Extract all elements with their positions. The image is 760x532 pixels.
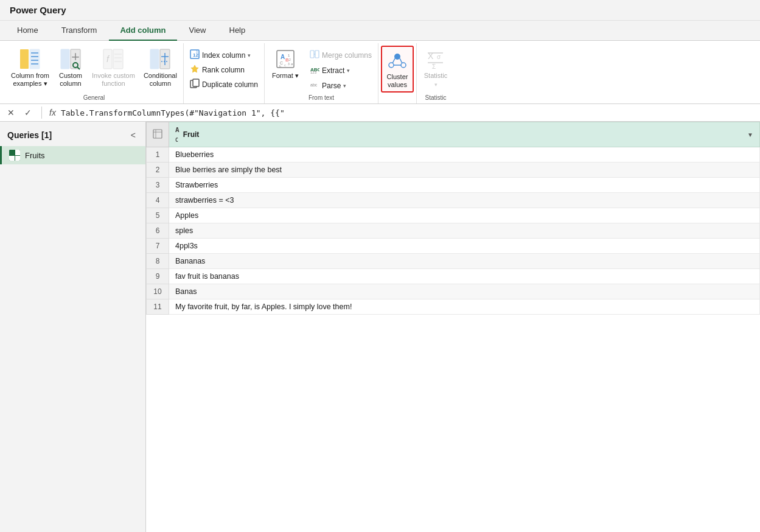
parse-icon: abc: [310, 80, 319, 91]
ribbon: Column fromexamples ▾ Customcolumn: [0, 41, 760, 104]
extract-button[interactable]: ABC 123 Extract ▾: [306, 63, 375, 77]
merge-columns-label: Merge columns: [322, 51, 372, 60]
table-row: 4 strawberries = <3: [147, 193, 760, 208]
general-group-label: General: [7, 93, 181, 103]
table-row: 10 Banas: [147, 284, 760, 299]
ribbon-group-statistic: X σ Σ Statistic ▾ Statistic: [417, 43, 455, 103]
svg-text:b: b: [279, 65, 281, 68]
tab-transform[interactable]: Transform: [51, 21, 108, 41]
cluster-group-label: [381, 99, 414, 103]
duplicate-column-button[interactable]: Duplicate column: [186, 77, 262, 91]
svg-text:c: c: [284, 63, 286, 67]
format-button[interactable]: A B C 1 2 3 a b c Format ▾: [267, 46, 304, 82]
invoke-custom-function-label: Invoke customfunction: [92, 72, 135, 88]
table-row: 5 Apples: [147, 208, 760, 223]
format-label: Format ▾: [272, 72, 299, 80]
cluster-values-button[interactable]: Clustervalues: [381, 46, 414, 93]
statistics-icon: X σ Σ: [425, 48, 447, 70]
sidebar: Queries [1] < Fruits: [0, 122, 146, 532]
from-text-group-label: From text: [267, 93, 375, 103]
invoke-custom-function-button[interactable]: f Invoke customfunction: [88, 46, 139, 90]
custom-column-icon: [60, 48, 82, 70]
svg-text:3: 3: [196, 50, 198, 54]
data-grid[interactable]: AC Fruit ▼ 1 Blueberries 2 Blu: [146, 122, 760, 532]
fruit-column-header[interactable]: AC Fruit ▼: [169, 122, 760, 147]
index-column-label: Index column: [202, 51, 245, 60]
index-column-icon: 12 3: [190, 49, 200, 61]
column-from-examples-icon: [19, 48, 41, 70]
svg-rect-28: [193, 79, 199, 86]
ribbon-group-index: 12 3 Index column ▾ Rank column: [184, 43, 265, 103]
cluster-values-label: Clustervalues: [387, 73, 408, 89]
grid-body: 1 Blueberries 2 Blue berries are simply …: [147, 147, 760, 315]
grid-header: AC Fruit ▼: [147, 122, 760, 147]
svg-line-48: [392, 58, 395, 63]
formula-bar: ✕ ✓ fx: [0, 104, 760, 122]
fx-label: fx: [49, 108, 56, 117]
tab-help[interactable]: Help: [218, 21, 257, 41]
ribbon-group-from-text: A B C 1 2 3 a b c Format ▾: [265, 43, 378, 103]
svg-point-46: [389, 63, 394, 68]
invoke-custom-function-icon: f: [102, 48, 124, 70]
tab-view[interactable]: View: [178, 21, 217, 41]
conditional-column-icon: [149, 48, 171, 70]
sidebar-collapse-button[interactable]: <: [128, 129, 138, 141]
lower-area: ✕ ✓ fx Queries [1] < Fruits: [0, 104, 760, 532]
svg-rect-0: [20, 49, 29, 69]
fruit-column-dropdown[interactable]: ▼: [747, 131, 753, 138]
statistic-group-label: Statistic: [419, 93, 452, 103]
svg-line-49: [400, 58, 402, 63]
app-title: Power Query: [10, 5, 66, 15]
svg-text:1: 1: [288, 54, 290, 57]
rank-column-label: Rank column: [202, 66, 245, 74]
table-icon: [9, 150, 20, 161]
duplicate-column-label: Duplicate column: [202, 80, 258, 89]
custom-column-button[interactable]: Customcolumn: [54, 46, 87, 90]
grid-table: AC Fruit ▼ 1 Blueberries 2 Blu: [146, 122, 760, 315]
extract-icon: ABC 123: [310, 65, 319, 76]
tab-add-column[interactable]: Add column: [109, 21, 176, 41]
table-row: 9 fav fruit is bananas: [147, 269, 760, 284]
sidebar-header: Queries [1] <: [0, 122, 145, 146]
svg-rect-18: [150, 49, 159, 69]
conditional-column-label: Conditionalcolumn: [144, 72, 177, 88]
svg-rect-6: [61, 49, 69, 69]
merge-columns-icon: [310, 49, 319, 61]
svg-marker-26: [191, 65, 198, 72]
svg-text:σ: σ: [437, 54, 441, 60]
tab-home[interactable]: Home: [6, 21, 49, 41]
rank-column-button[interactable]: Rank column: [186, 63, 262, 77]
title-bar: Power Query: [0, 0, 760, 21]
table-row: 1 Blueberries: [147, 147, 760, 163]
merge-columns-button[interactable]: Merge columns: [306, 48, 375, 62]
parse-label: Parse: [322, 82, 341, 90]
svg-rect-56: [153, 130, 162, 138]
table-row: 7 4ppl3s: [147, 239, 760, 254]
svg-text:Σ: Σ: [432, 63, 436, 70]
svg-text:2: 2: [289, 58, 291, 61]
parse-button[interactable]: abc Parse ▾: [306, 79, 375, 93]
svg-rect-9: [75, 53, 76, 60]
sidebar-item-fruits[interactable]: Fruits: [0, 146, 145, 164]
svg-rect-14: [113, 49, 123, 69]
index-group-label: [186, 99, 262, 103]
main-content: Queries [1] < Fruits: [0, 122, 760, 532]
table-row: 8 Bananas: [147, 254, 760, 269]
table-row: 6 sples: [147, 223, 760, 239]
conditional-column-button[interactable]: Conditionalcolumn: [140, 46, 181, 90]
fruit-column-label: Fruit: [183, 130, 200, 139]
svg-text:A: A: [281, 54, 285, 60]
svg-text:abc: abc: [310, 83, 318, 87]
formula-cancel-button[interactable]: ✕: [5, 107, 17, 119]
svg-rect-40: [315, 51, 319, 58]
formula-input[interactable]: [61, 108, 755, 117]
tab-bar: Home Transform Add column View Help: [0, 21, 760, 41]
table-row: 3 Strawberries: [147, 178, 760, 193]
svg-point-47: [401, 63, 406, 68]
column-from-examples-label: Column fromexamples ▾: [11, 72, 49, 88]
column-from-examples-button[interactable]: Column fromexamples ▾: [7, 46, 53, 90]
statistics-button[interactable]: X σ Σ Statistic ▾: [419, 46, 452, 90]
formula-confirm-button[interactable]: ✓: [22, 107, 34, 119]
sidebar-item-fruits-label: Fruits: [25, 151, 45, 160]
index-column-button[interactable]: 12 3 Index column ▾: [186, 48, 262, 62]
